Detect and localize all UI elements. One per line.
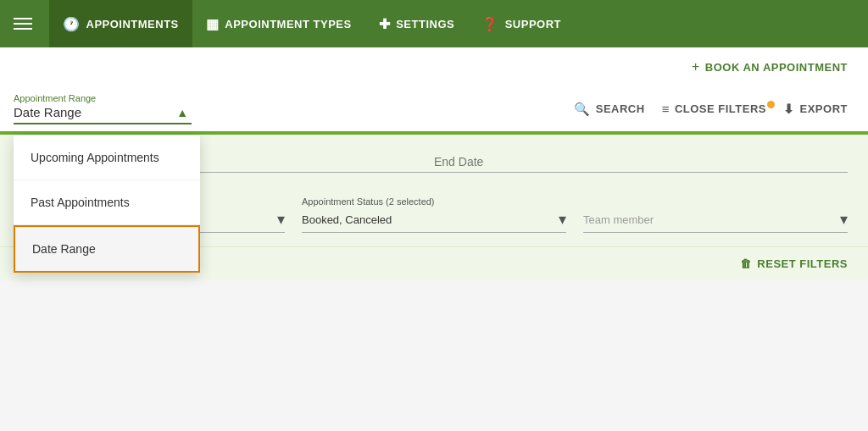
date-range-value[interactable]: Date Range ▲ xyxy=(14,105,192,124)
search-label: SEARCH xyxy=(596,102,645,115)
dropdown-item-upcoming-label: Upcoming Appointments xyxy=(31,151,159,164)
appointment-status-label: Appointment Status (2 selected) xyxy=(302,196,566,207)
date-range-label: Appointment Range xyxy=(14,93,192,103)
appointment-status-value: Booked, Canceled xyxy=(302,213,392,226)
support-icon: ❓ xyxy=(481,16,499,32)
nav-item-appointments-label: APPOINTMENTS xyxy=(86,18,179,30)
appointment-status-select[interactable]: Booked, Canceled ▾ xyxy=(302,210,566,233)
team-member-chevron-icon: ▾ xyxy=(840,210,848,229)
plus-icon: + xyxy=(692,59,700,75)
book-appointment-label: BOOK AN APPOINTMENT xyxy=(705,61,848,74)
nav-item-support[interactable]: ❓ SUPPORT xyxy=(468,0,575,47)
export-label: EXPORT xyxy=(800,102,848,115)
settings-icon: ✚ xyxy=(379,16,391,32)
book-appointment-button[interactable]: + BOOK AN APPOINTMENT xyxy=(692,59,848,75)
team-member-placeholder: Team member xyxy=(583,213,654,226)
dropdown-item-past[interactable]: Past Appointments xyxy=(14,180,200,225)
dropdown-item-date-range-label: Date Range xyxy=(32,242,96,256)
dropdown-item-past-label: Past Appointments xyxy=(31,196,130,209)
close-filters-label: CLOSE FILTERS xyxy=(675,102,766,115)
close-filters-wrapper: CLOSE FILTERS xyxy=(675,102,766,115)
appointment-status-filter[interactable]: Appointment Status (2 selected) Booked, … xyxy=(302,196,566,233)
team-member-select[interactable]: Team member ▾ xyxy=(583,210,848,233)
filter-icon: ≡ xyxy=(662,102,670,116)
search-icon: 🔍 xyxy=(574,102,591,117)
dropdown-item-date-range[interactable]: Date Range xyxy=(14,225,200,273)
top-navigation: 🕐 APPOINTMENTS ▦ APPOINTMENT TYPES ✚ SET… xyxy=(0,0,868,47)
reset-icon: 🗑 xyxy=(740,257,752,270)
appointments-icon: 🕐 xyxy=(63,16,81,32)
nav-item-settings-label: SETTINGS xyxy=(396,18,454,30)
appointment-types-chevron-icon: ▾ xyxy=(277,210,285,229)
end-date-input[interactable] xyxy=(434,152,848,173)
end-date-group xyxy=(434,152,848,173)
date-range-dropdown: Upcoming Appointments Past Appointments … xyxy=(14,135,200,273)
export-button[interactable]: ⬇ EXPORT xyxy=(783,102,848,117)
reset-filters-button[interactable]: 🗑 RESET FILTERS xyxy=(740,257,848,270)
team-member-filter[interactable]: Team member ▾ xyxy=(583,210,848,233)
filter-active-dot xyxy=(767,101,775,108)
export-icon: ⬇ xyxy=(783,102,795,117)
nav-item-appointments[interactable]: 🕐 APPOINTMENTS xyxy=(49,0,192,47)
date-range-selector[interactable]: Appointment Range Date Range ▲ xyxy=(14,93,192,124)
filter-bar: Appointment Range Date Range ▲ 🔍 SEARCH … xyxy=(0,86,868,131)
appointment-types-icon: ▦ xyxy=(206,16,220,32)
reset-filters-label: RESET FILTERS xyxy=(757,257,848,270)
action-bar: + BOOK AN APPOINTMENT xyxy=(0,47,868,86)
nav-item-settings[interactable]: ✚ SETTINGS xyxy=(365,0,469,47)
hamburger-menu[interactable] xyxy=(14,18,32,30)
search-button[interactable]: 🔍 SEARCH xyxy=(574,102,644,117)
dropdown-item-upcoming[interactable]: Upcoming Appointments xyxy=(14,135,200,180)
nav-item-support-label: SUPPORT xyxy=(505,18,561,30)
close-filters-button[interactable]: ≡ CLOSE FILTERS xyxy=(662,102,766,116)
date-range-arrow-icon: ▲ xyxy=(176,106,188,119)
filter-actions: 🔍 SEARCH ≡ CLOSE FILTERS ⬇ EXPORT xyxy=(574,102,848,117)
appointment-status-chevron-icon: ▾ xyxy=(559,210,566,229)
main-content: + BOOK AN APPOINTMENT Appointment Range … xyxy=(0,47,868,280)
nav-item-appointment-types[interactable]: ▦ APPOINTMENT TYPES xyxy=(192,0,365,47)
nav-item-appointment-types-label: APPOINTMENT TYPES xyxy=(225,18,351,30)
